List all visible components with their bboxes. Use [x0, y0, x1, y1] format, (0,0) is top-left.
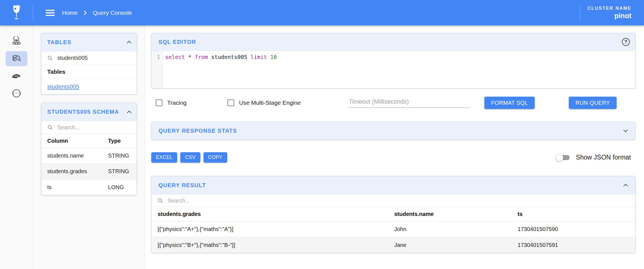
cluster-divider [580, 5, 580, 21]
schema-row: students.grades STRING [41, 164, 137, 179]
result-table-header: students.grades students.name ts [151, 207, 635, 222]
sidebar-item-cluster-manager[interactable] [6, 34, 27, 49]
sidebar-item-zookeeper[interactable]: ZOO [6, 68, 27, 84]
sql-editor-header: SQL EDITOR ? [151, 33, 635, 51]
cluster-name-value: pinot [588, 12, 631, 20]
schema-cell-column: students.name [47, 153, 108, 159]
editor-line-number: 1 [151, 51, 163, 88]
tracing-option: Tracing [156, 99, 186, 106]
result-table-row: [{"physics":"B+"},{"maths":"B-"}] Jane 1… [151, 237, 635, 253]
schema-search-input[interactable] [57, 124, 133, 131]
result-cell-ts: 1730401507590 [512, 226, 635, 232]
breadcrumb-current: Query Console [93, 9, 132, 16]
chevron-up-icon[interactable] [126, 108, 133, 116]
schema-panel-header[interactable]: STUDENTS005 SCHEMA [41, 103, 137, 121]
table-link-students005[interactable]: students005 [47, 83, 79, 90]
menu-toggle-button[interactable] [46, 10, 55, 16]
schema-panel: STUDENTS005 SCHEMA Column Type students.… [41, 103, 137, 195]
sidebar: ZOO {···} [0, 25, 33, 269]
schema-table-header: Column Type [41, 134, 137, 148]
sidebar-item-query-console[interactable] [6, 51, 27, 66]
result-search-input[interactable] [167, 197, 631, 204]
schema-cell-type: STRING [108, 153, 137, 159]
tracing-checkbox[interactable] [156, 99, 162, 106]
result-cell-grades: [{"physics":"A+"},{"maths":"A"}] [151, 226, 388, 232]
format-sql-button[interactable]: FORMAT SQL [484, 97, 535, 109]
left-panel: TABLES Tables students005 STUDENTS005 SC… [33, 25, 145, 269]
run-query-button[interactable]: RUN QUERY [569, 97, 617, 109]
schema-row: ts LONG [41, 179, 137, 195]
cluster-info: CLUSTER NAME pinot [580, 5, 631, 21]
sql-token: limit [250, 54, 267, 60]
sql-query-text[interactable]: select * from students005 limit 10 [163, 51, 277, 88]
query-result-header[interactable]: QUERY RESULT [151, 176, 635, 194]
chevron-up-icon[interactable] [126, 39, 133, 46]
help-glyph: ? [624, 39, 627, 45]
cluster-manager-icon [11, 36, 22, 46]
swagger-icon: {···} [11, 88, 22, 98]
chevron-right-icon [82, 10, 88, 16]
tables-search-input[interactable] [57, 54, 133, 61]
breadcrumb-home-link[interactable]: Home [62, 9, 78, 16]
tables-panel-title: TABLES [47, 39, 71, 46]
timeout-field-wrap [348, 98, 470, 108]
tables-list-header: Tables [41, 65, 137, 79]
schema-col-header-column: Column [47, 138, 108, 144]
excel-button[interactable]: EXCEL [151, 152, 177, 163]
pinot-query-console: Home Query Console CLUSTER NAME pinot [0, 0, 644, 269]
result-col-header-name[interactable]: students.name [388, 211, 511, 217]
query-console-icon [11, 54, 22, 64]
search-icon [157, 197, 163, 204]
help-icon[interactable]: ? [622, 38, 630, 46]
tables-panel-header[interactable]: TABLES [41, 33, 137, 51]
result-col-header-grades[interactable]: students.grades [151, 211, 388, 217]
tables-panel: TABLES Tables students005 [41, 33, 137, 94]
multistage-option: Use Multi-Stage Engine [228, 99, 301, 106]
result-cell-name: John [388, 226, 511, 232]
pinot-wine-glass-icon [10, 4, 23, 22]
app-header: Home Query Console CLUSTER NAME pinot [0, 0, 644, 25]
schema-search-row [41, 121, 137, 134]
pinot-logo[interactable] [0, 4, 33, 22]
multistage-checkbox[interactable] [228, 99, 234, 106]
schema-row: students.name STRING [41, 148, 137, 164]
export-toolbar: EXCEL CSV COPY Show JSON format [151, 152, 636, 163]
result-cell-grades: [{"physics":"B+"},{"maths":"B-"}] [151, 242, 388, 248]
csv-button[interactable]: CSV [180, 152, 200, 163]
timeout-input[interactable] [348, 98, 470, 106]
copy-button[interactable]: COPY [203, 152, 227, 163]
query-result-panel: QUERY RESULT students.grades students.na… [151, 176, 636, 253]
sql-code-editor[interactable]: 1 select * from students005 limit 10 [151, 51, 635, 88]
breadcrumb: Home Query Console [62, 9, 132, 16]
search-icon [47, 55, 53, 61]
schema-cell-column: ts [47, 184, 108, 191]
result-search-row [151, 194, 635, 207]
result-col-header-ts[interactable]: ts [512, 211, 635, 217]
sql-editor-title: SQL EDITOR [158, 39, 196, 45]
schema-panel-title: STUDENTS005 SCHEMA [47, 109, 119, 115]
main-content: SQL EDITOR ? 1 select * from students005… [145, 25, 644, 269]
swagger-icon-text: {···} [12, 92, 20, 95]
sidebar-item-swagger[interactable]: {···} [6, 86, 27, 101]
zookeeper-icon: ZOO [11, 71, 22, 81]
json-format-control: Show JSON format [557, 154, 636, 161]
query-result-title: QUERY RESULT [158, 182, 206, 189]
query-options-row: Tracing Use Multi-Stage Engine FORMAT SQ… [151, 96, 636, 109]
chevron-down-icon[interactable] [622, 127, 629, 134]
header-divider [33, 4, 33, 21]
table-list-item: students005 [41, 79, 137, 94]
tables-search-row [41, 51, 137, 65]
sql-token: * [185, 54, 195, 60]
search-icon [47, 124, 53, 130]
show-json-toggle[interactable] [557, 155, 570, 160]
sql-editor-panel: SQL EDITOR ? 1 select * from students005… [151, 33, 636, 89]
sql-token: 10 [270, 54, 277, 60]
chevron-up-icon[interactable] [622, 182, 629, 189]
schema-cell-type: STRING [108, 168, 137, 175]
multistage-label: Use Multi-Stage Engine [239, 99, 301, 106]
sql-token: select [165, 54, 185, 60]
sql-token: students005 [208, 54, 251, 60]
toggle-knob [556, 154, 563, 161]
query-response-stats-panel[interactable]: QUERY RESPONSE STATS [151, 122, 636, 140]
query-response-stats-title: QUERY RESPONSE STATS [158, 128, 237, 134]
